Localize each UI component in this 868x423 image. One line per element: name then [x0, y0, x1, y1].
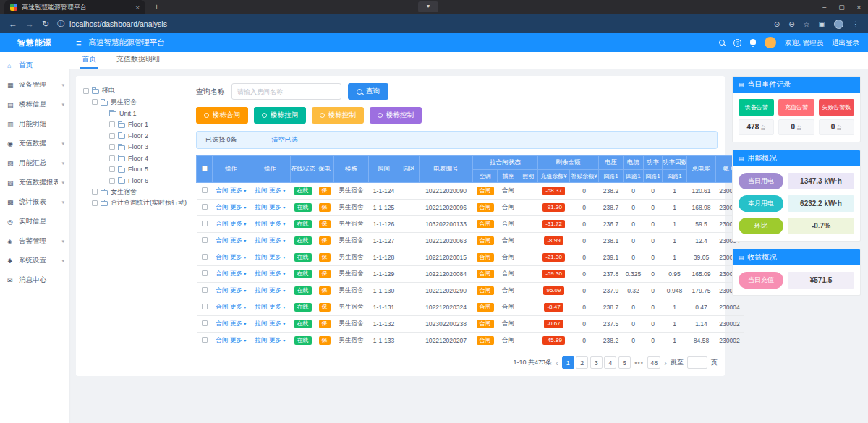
tree-checkbox[interactable] — [109, 121, 115, 127]
more-dropdown[interactable]: 更多 ▾ — [269, 253, 285, 260]
header-search-icon[interactable] — [719, 40, 725, 46]
more-dropdown[interactable]: 更多 ▾ — [269, 320, 285, 327]
more-dropdown[interactable]: 更多 ▾ — [269, 220, 285, 227]
row-checkbox[interactable] — [202, 221, 208, 226]
switch-on-link[interactable]: 合闸 — [216, 320, 229, 327]
sidebar-toggle-icon[interactable]: ▣ — [819, 20, 825, 28]
action-button-1[interactable]: 楼栋合闸 — [196, 107, 248, 124]
action-button-3[interactable]: 楼栋控制 — [312, 107, 364, 124]
switch-off-link[interactable]: 拉闸 — [255, 253, 268, 260]
switch-off-link[interactable]: 拉闸 — [255, 187, 268, 194]
more-dropdown[interactable]: 更多 ▾ — [230, 303, 246, 310]
switch-off-link[interactable]: 拉闸 — [255, 203, 268, 210]
more-dropdown[interactable]: 更多 ▾ — [269, 286, 285, 294]
sidebar-item-energy[interactable]: ▥用能明细 — [0, 114, 69, 134]
switch-off-link[interactable]: 拉闸 — [255, 336, 268, 343]
tree-checkbox[interactable] — [92, 200, 98, 206]
tree-node[interactable]: Floor 1 — [83, 119, 189, 131]
notification-bell-icon[interactable] — [750, 39, 756, 45]
tree-node[interactable]: Floor 3 — [83, 142, 189, 153]
sidebar-item-report[interactable]: ▨充值数据报表▾ — [0, 173, 69, 192]
action-button-4[interactable]: 楼栋控制 — [370, 107, 422, 124]
tree-node[interactable]: 女生宿舍 — [83, 187, 189, 198]
row-checkbox[interactable] — [202, 304, 208, 309]
sidebar-item-summary[interactable]: ▧用能汇总▾ — [0, 153, 69, 173]
switch-on-link[interactable]: 合闸 — [216, 187, 229, 194]
page-tab[interactable]: 充值数据明细 — [115, 52, 161, 69]
more-dropdown[interactable]: 更多 ▾ — [230, 236, 246, 244]
sidebar-item-device[interactable]: ▦设备管理▾ — [0, 75, 69, 95]
more-dropdown[interactable]: 更多 ▾ — [230, 336, 246, 343]
window-maximize-icon[interactable]: ▢ — [838, 4, 845, 11]
row-checkbox[interactable] — [202, 187, 208, 193]
more-dropdown[interactable]: 更多 ▾ — [269, 236, 285, 244]
more-dropdown[interactable]: 更多 ▾ — [269, 336, 285, 343]
more-dropdown[interactable]: 更多 ▾ — [230, 253, 246, 260]
search-input[interactable] — [231, 83, 341, 100]
tree-node[interactable]: 合计查询统计(实时执行动) — [83, 197, 189, 209]
switch-on-link[interactable]: 合闸 — [216, 236, 229, 244]
tree-checkbox[interactable] — [109, 155, 115, 161]
browser-profile-avatar[interactable] — [834, 20, 843, 29]
page-button[interactable]: 1 — [562, 356, 574, 369]
help-icon[interactable]: ? — [733, 39, 741, 47]
forward-icon[interactable]: → — [25, 20, 34, 28]
page-button[interactable]: 5 — [618, 356, 631, 369]
sidebar-item-building[interactable]: ▤楼栋信息▾ — [0, 95, 69, 114]
zoom-icon[interactable]: ⊖ — [788, 20, 794, 28]
back-icon[interactable]: ← — [9, 20, 17, 28]
tree-checkbox[interactable] — [109, 144, 115, 150]
next-page-icon[interactable]: › — [664, 359, 667, 367]
tree-node[interactable]: 楼电 — [83, 85, 189, 97]
sidebar-item-alarm[interactable]: ◈告警管理▾ — [0, 231, 69, 251]
tree-checkbox[interactable] — [109, 133, 115, 139]
tab-close-icon[interactable]: × — [135, 4, 140, 12]
switch-on-link[interactable]: 合闸 — [216, 220, 229, 227]
search-button[interactable]: 查询 — [348, 83, 388, 100]
window-close-icon[interactable]: × — [857, 4, 861, 11]
page-button[interactable]: 2 — [576, 356, 588, 369]
row-checkbox[interactable] — [202, 270, 208, 276]
more-dropdown[interactable]: 更多 ▾ — [269, 270, 285, 277]
favorite-star-icon[interactable]: ☆ — [804, 20, 810, 28]
refresh-icon[interactable]: ↻ — [42, 20, 49, 28]
site-info-icon[interactable]: ⓘ — [57, 19, 64, 29]
row-checkbox[interactable] — [202, 337, 208, 343]
more-dropdown[interactable]: 更多 ▾ — [269, 303, 285, 310]
url-bar[interactable]: ⓘ localhost/dashboard/analysis — [57, 19, 766, 29]
page-tab[interactable]: 首页 — [80, 52, 98, 69]
switch-on-link[interactable]: 合闸 — [216, 303, 229, 310]
more-dropdown[interactable]: 更多 ▾ — [230, 320, 246, 327]
clear-selection-link[interactable]: 清空已选 — [272, 135, 298, 145]
switch-off-link[interactable]: 拉闸 — [255, 270, 268, 277]
tree-node[interactable]: Floor 6 — [83, 175, 189, 187]
tree-checkbox[interactable] — [83, 88, 89, 94]
tab-search-dropdown[interactable]: ▾ — [418, 1, 438, 12]
more-dropdown[interactable]: 更多 ▾ — [230, 286, 246, 294]
tree-checkbox[interactable] — [109, 178, 115, 184]
sidebar-item-home[interactable]: ⌂首页 — [0, 56, 69, 75]
more-dropdown[interactable]: 更多 ▾ — [230, 203, 246, 210]
sidebar-item-settings[interactable]: ✱系统设置▾ — [0, 251, 69, 270]
page-button[interactable]: 4 — [604, 356, 616, 369]
more-dropdown[interactable]: 更多 ▾ — [269, 187, 285, 194]
switch-off-link[interactable]: 拉闸 — [255, 286, 268, 294]
switch-on-link[interactable]: 合闸 — [216, 270, 229, 277]
sidebar-item-message[interactable]: ✉消息中心 — [0, 270, 69, 290]
tree-checkbox[interactable] — [92, 189, 98, 195]
page-button[interactable]: 48 — [647, 356, 660, 369]
browser-tab[interactable]: 高速智慧能源管理平台 × — [4, 0, 145, 14]
tree-node[interactable]: 男生宿舍 — [83, 97, 189, 108]
page-button[interactable]: 3 — [590, 356, 603, 369]
key-icon[interactable]: ⊙ — [774, 20, 780, 28]
switch-on-link[interactable]: 合闸 — [216, 203, 229, 210]
sidebar-item-realtime[interactable]: ◎实时信息 — [0, 212, 69, 231]
menu-collapse-icon[interactable]: ≡ — [76, 38, 82, 48]
select-all-header[interactable] — [197, 156, 213, 183]
tree-node[interactable]: Floor 5 — [83, 164, 189, 176]
more-dropdown[interactable]: 更多 ▾ — [269, 203, 285, 210]
tree-checkbox[interactable] — [92, 99, 98, 105]
prev-page-icon[interactable]: ‹ — [556, 359, 558, 367]
switch-on-link[interactable]: 合闸 — [216, 253, 229, 260]
sidebar-item-stats[interactable]: ▩统计报表▾ — [0, 192, 69, 212]
